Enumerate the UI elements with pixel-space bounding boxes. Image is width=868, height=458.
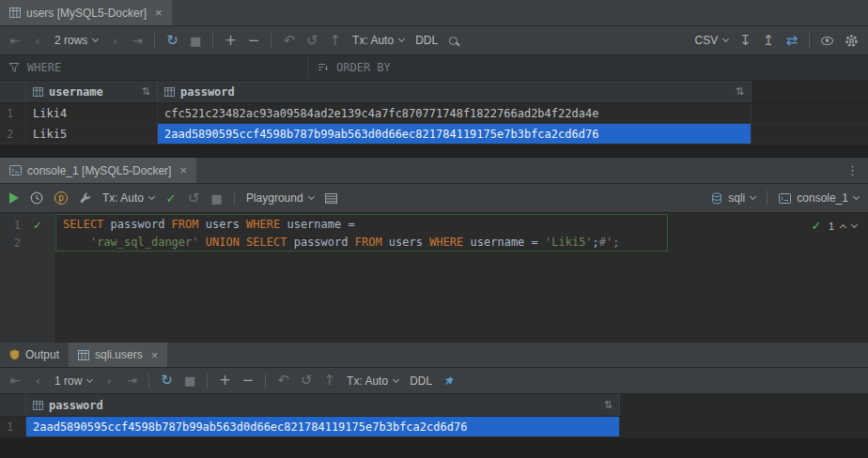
run-icon[interactable]: [9, 192, 19, 204]
output-layout-icon[interactable]: [325, 193, 337, 204]
search-icon[interactable]: [449, 37, 457, 45]
last-page-icon[interactable]: ⇥: [132, 35, 143, 47]
sort-toggle-icon[interactable]: ⇅: [604, 399, 612, 411]
tab-output[interactable]: Output: [0, 343, 69, 367]
next-page-icon[interactable]: ›: [109, 35, 120, 47]
wrench-icon[interactable]: [79, 192, 91, 205]
ddl-button[interactable]: DDL: [415, 34, 438, 47]
tx-mode-dropdown[interactable]: Tx: Auto: [347, 374, 398, 388]
undo-icon[interactable]: ↶: [283, 34, 295, 48]
column-header-password[interactable]: password ⇅: [26, 394, 620, 416]
grid-header-void: [752, 81, 868, 102]
grid-scroll-track[interactable]: [0, 145, 868, 158]
page-size-dropdown[interactable]: 2 rows: [54, 34, 98, 47]
editor-body[interactable]: SELECT password FROM users WHERE usernam…: [54, 213, 868, 343]
delete-row-icon[interactable]: −: [248, 34, 260, 48]
revert-icon[interactable]: ↺: [306, 34, 318, 48]
filter-funnel-icon: [8, 62, 20, 73]
result-count: 1: [829, 221, 834, 232]
close-icon[interactable]: ×: [151, 349, 159, 361]
csv-format-dropdown[interactable]: CSV: [695, 34, 729, 47]
previous-page-icon[interactable]: ‹: [32, 374, 43, 387]
transfer-data-icon[interactable]: ⇄: [785, 34, 798, 48]
tx-mode-dropdown[interactable]: Tx: Auto: [352, 34, 404, 47]
chevron-down-icon: [308, 193, 315, 200]
row-number[interactable]: 1: [0, 103, 26, 123]
code-line[interactable]: 'raw_sql_danger' UNION SELECT password F…: [54, 234, 868, 252]
close-icon[interactable]: ×: [179, 164, 187, 176]
submit-icon[interactable]: ↑: [330, 34, 342, 48]
kebab-menu-icon[interactable]: ⋮: [837, 163, 868, 177]
last-page-icon[interactable]: ⇥: [126, 374, 137, 387]
chevron-up-icon[interactable]: [840, 223, 846, 230]
delete-row-icon[interactable]: −: [242, 374, 255, 388]
playground-label: Playground: [246, 191, 303, 205]
close-icon[interactable]: ×: [155, 7, 163, 19]
cell-password[interactable]: cfc521c23482ac93a09584ad2e139c4a7fc87077…: [158, 103, 752, 123]
table-row[interactable]: 1 2aad5890595ccf4598b787b99ab563d0d66ec8…: [0, 417, 868, 437]
separator: [154, 33, 155, 48]
page-size-dropdown[interactable]: 1 row: [54, 374, 92, 388]
history-icon[interactable]: [30, 191, 43, 205]
export-data-icon[interactable]: ↧: [739, 34, 752, 48]
parameters-icon[interactable]: p: [54, 191, 68, 205]
pin-icon[interactable]: [443, 375, 455, 387]
cell-username[interactable]: Liki5: [26, 124, 158, 144]
separator: [212, 33, 213, 48]
rollback-icon[interactable]: ↺: [188, 191, 200, 206]
table-column-icon: [33, 401, 43, 410]
first-page-icon[interactable]: ⇤: [9, 35, 21, 47]
tab-result-grid[interactable]: sqli.users ×: [69, 343, 167, 367]
undo-icon[interactable]: ↶: [277, 374, 289, 388]
order-by-field[interactable]: ORDER BY: [318, 61, 391, 74]
eye-icon[interactable]: [821, 37, 833, 45]
commit-icon[interactable]: ✓: [165, 192, 177, 205]
gear-icon[interactable]: [845, 34, 859, 48]
where-filter-field[interactable]: WHERE: [8, 61, 307, 74]
import-data-icon[interactable]: ↥: [763, 34, 775, 48]
grid-row-void: [752, 124, 868, 144]
cell-username[interactable]: Liki4: [26, 103, 158, 123]
chevron-down-icon[interactable]: [851, 221, 858, 227]
sql-editor[interactable]: 1 ✓ 2 SELECT password FROM users WHERE u…: [0, 213, 868, 343]
column-header-username[interactable]: username ⇅: [26, 81, 158, 102]
tab-users-grid[interactable]: users [MySQL5-Docker] ×: [0, 0, 172, 25]
stop-icon: ■: [190, 35, 201, 47]
submit-icon[interactable]: ↑: [324, 374, 336, 388]
first-page-icon[interactable]: ⇤: [9, 374, 21, 387]
sort-toggle-icon[interactable]: ⇅: [142, 85, 150, 98]
tx-mode-label: Tx: Auto: [102, 191, 144, 205]
datasource-dropdown[interactable]: sqli: [711, 191, 755, 205]
chevron-down-icon: [86, 375, 93, 382]
check-icon: ✓: [811, 220, 822, 232]
top-tab-bar: users [MySQL5-Docker] ×: [0, 0, 868, 26]
console-dropdown[interactable]: console_1: [779, 191, 859, 205]
row-number[interactable]: 2: [0, 124, 26, 144]
cell-password-selected[interactable]: 2aad5890595ccf4598b787b99ab563d0d66ec821…: [158, 124, 752, 144]
column-header-password[interactable]: password ⇅: [158, 81, 752, 102]
separator: [265, 374, 266, 389]
refresh-icon[interactable]: ↻: [166, 34, 178, 48]
playground-dropdown[interactable]: Playground: [246, 191, 314, 205]
add-row-icon[interactable]: +: [225, 34, 237, 48]
cell-password-selected[interactable]: 2aad5890595ccf4598b787b99ab563d0d66ec821…: [26, 417, 620, 436]
row-number[interactable]: 1: [0, 417, 26, 436]
table-row[interactable]: 2 Liki5 2aad5890595ccf4598b787b99ab563d0…: [0, 124, 868, 145]
chevron-down-icon: [853, 193, 860, 200]
revert-icon[interactable]: ↺: [301, 374, 313, 388]
database-icon: [711, 192, 722, 205]
add-row-icon[interactable]: +: [219, 374, 231, 388]
ddl-button[interactable]: DDL: [410, 374, 432, 388]
sort-toggle-icon[interactable]: ⇅: [736, 85, 744, 98]
table-row[interactable]: 1 Liki4 cfc521c23482ac93a09584ad2e139c4a…: [0, 103, 868, 124]
previous-page-icon[interactable]: ‹: [32, 35, 43, 47]
tab-title: console_1 [MySQL5-Docker]: [27, 164, 171, 177]
code-line[interactable]: SELECT password FROM users WHERE usernam…: [54, 216, 868, 234]
grid-header-void: [620, 394, 868, 416]
tx-mode-dropdown[interactable]: Tx: Auto: [102, 191, 154, 205]
tab-console[interactable]: console_1 [MySQL5-Docker] ×: [0, 158, 196, 183]
next-page-icon[interactable]: ›: [103, 374, 115, 387]
inspection-widget[interactable]: ✓ 1: [811, 220, 857, 232]
table-column-icon: [164, 87, 175, 97]
refresh-icon[interactable]: ↻: [161, 374, 173, 388]
